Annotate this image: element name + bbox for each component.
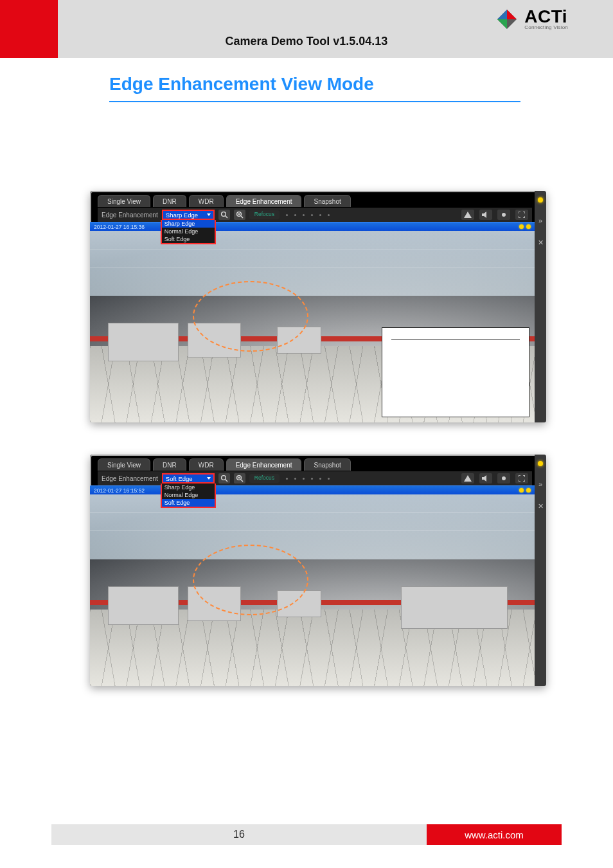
tab-edge-enhancement[interactable]: Edge Enhancement — [226, 195, 302, 207]
dropdown-option[interactable]: Sharp Edge — [162, 484, 215, 491]
slider-ticks — [286, 478, 330, 480]
status-leds — [519, 488, 531, 493]
tab-wdr[interactable]: WDR — [189, 458, 224, 471]
timestamp: 2012-01-27 16:15:52 — [94, 487, 145, 494]
svg-line-7 — [241, 216, 243, 218]
record-icon[interactable] — [497, 473, 510, 484]
svg-line-14 — [226, 480, 227, 482]
edge-mode-dropdown[interactable]: Sharp Edge Sharp Edge Normal Edge Soft E… — [162, 210, 215, 220]
mode-tabs: Single View DNR WDR Edge Enhancement Sna… — [98, 458, 351, 471]
dropdown-option[interactable]: Sharp Edge — [162, 220, 215, 228]
expand-icon[interactable]: » — [535, 480, 546, 488]
svg-point-12 — [502, 213, 506, 217]
svg-marker-10 — [464, 212, 472, 218]
callout-rule — [391, 339, 520, 340]
section-title: Edge Enhancement View Mode — [109, 74, 529, 95]
document-title: Camera Demo Tool v1.5.04.13 — [0, 35, 613, 48]
highlight-ellipse — [193, 281, 308, 352]
document-footer: 16 www.acti.com — [51, 824, 562, 845]
dropdown-options: Sharp Edge Normal Edge Soft Edge — [161, 484, 216, 508]
svg-point-21 — [502, 476, 506, 480]
brand-logo: ACTi Connecting Vision — [496, 8, 568, 30]
footer-url: www.acti.com — [427, 824, 562, 845]
annotation-callout — [382, 327, 529, 417]
svg-marker-1 — [507, 10, 517, 19]
scene-partition — [401, 586, 508, 629]
svg-line-16 — [241, 480, 243, 482]
record-icon[interactable] — [497, 210, 510, 220]
screenshot-sidebar: » ✕ — [535, 455, 546, 686]
screenshot-sidebar: » ✕ — [535, 191, 546, 422]
zoom-out-button[interactable] — [218, 473, 230, 484]
dropdown-option[interactable]: Soft Edge — [162, 499, 215, 507]
expand-icon[interactable]: » — [535, 217, 546, 224]
record-indicator-icon — [538, 461, 543, 466]
chevron-down-icon — [207, 477, 211, 480]
svg-marker-20 — [482, 475, 486, 482]
dropdown-selected: Soft Edge — [166, 475, 193, 482]
tab-dnr[interactable]: DNR — [153, 458, 186, 471]
svg-marker-11 — [482, 212, 486, 218]
section-rule — [109, 101, 520, 102]
toolbar-label: Edge Enhancement — [102, 475, 158, 482]
stream-info-bar: 2012-01-27 16:15:52 — [90, 485, 535, 494]
mode-tabs: Single View DNR WDR Edge Enhancement Sna… — [98, 195, 351, 207]
logo-tagline: Connecting Vision — [524, 24, 568, 30]
record-indicator-icon — [538, 197, 543, 203]
fullscreen-icon[interactable] — [515, 473, 528, 484]
led-icon — [526, 488, 531, 493]
svg-line-5 — [226, 216, 227, 218]
page-number: 16 — [51, 824, 427, 845]
dropdown-option[interactable]: Soft Edge — [162, 235, 215, 243]
zoom-in-button[interactable] — [234, 473, 245, 484]
header-accent — [0, 0, 58, 58]
dropdown-option[interactable]: Normal Edge — [162, 228, 215, 235]
screenshot-2: » ✕ Single View DNR WDR Edge Enhancement… — [90, 455, 546, 686]
led-icon — [519, 488, 524, 493]
svg-marker-19 — [464, 475, 472, 482]
svg-marker-3 — [497, 10, 507, 19]
edge-mode-dropdown[interactable]: Soft Edge Sharp Edge Normal Edge Soft Ed… — [162, 473, 215, 484]
refocus-button[interactable]: Refocus — [249, 474, 280, 483]
video-viewport — [90, 231, 535, 422]
stream-info-bar: 2012-01-27 16:15:36 — [90, 222, 535, 231]
logo-icon — [496, 8, 518, 30]
tool-icon[interactable]: ✕ — [535, 502, 546, 511]
mute-icon[interactable] — [479, 210, 492, 220]
warning-icon[interactable] — [461, 210, 474, 220]
refocus-button[interactable]: Refocus — [249, 210, 280, 219]
zoom-out-button[interactable] — [218, 210, 230, 220]
toolbar: Edge Enhancement Soft Edge Sharp Edge No… — [98, 471, 532, 485]
logo-text: ACTi — [524, 8, 568, 26]
tab-single-view[interactable]: Single View — [98, 195, 150, 207]
video-viewport — [90, 494, 535, 686]
highlight-ellipse — [193, 545, 308, 615]
document-header: Camera Demo Tool v1.5.04.13 ACTi Connect… — [0, 0, 613, 58]
zoom-in-button[interactable] — [234, 210, 245, 220]
tool-icon[interactable]: ✕ — [535, 239, 546, 247]
dropdown-options: Sharp Edge Normal Edge Soft Edge — [161, 220, 216, 244]
logo-text-block: ACTi Connecting Vision — [524, 8, 568, 30]
led-icon — [519, 224, 524, 229]
tab-single-view[interactable]: Single View — [98, 458, 150, 471]
svg-point-4 — [221, 212, 226, 217]
dropdown-option[interactable]: Normal Edge — [162, 491, 215, 499]
dropdown-selected: Sharp Edge — [166, 212, 198, 219]
tab-dnr[interactable]: DNR — [153, 195, 186, 207]
toolbar: Edge Enhancement Sharp Edge Sharp Edge N… — [98, 208, 532, 222]
mute-icon[interactable] — [479, 473, 492, 484]
chevron-down-icon — [207, 213, 211, 216]
tab-snapshot[interactable]: Snapshot — [304, 458, 350, 471]
fullscreen-icon[interactable] — [515, 210, 528, 220]
warning-icon[interactable] — [461, 473, 474, 484]
svg-marker-2 — [497, 19, 507, 29]
svg-point-13 — [221, 476, 226, 480]
timestamp: 2012-01-27 16:15:36 — [94, 224, 145, 230]
toolbar-label: Edge Enhancement — [102, 212, 158, 219]
led-icon — [526, 224, 531, 229]
tab-wdr[interactable]: WDR — [189, 195, 224, 207]
screenshot-1: » ✕ Single View DNR WDR Edge Enhancement… — [90, 191, 546, 422]
tab-snapshot[interactable]: Snapshot — [304, 195, 350, 207]
tab-edge-enhancement[interactable]: Edge Enhancement — [226, 458, 302, 471]
slider-ticks — [286, 214, 330, 216]
